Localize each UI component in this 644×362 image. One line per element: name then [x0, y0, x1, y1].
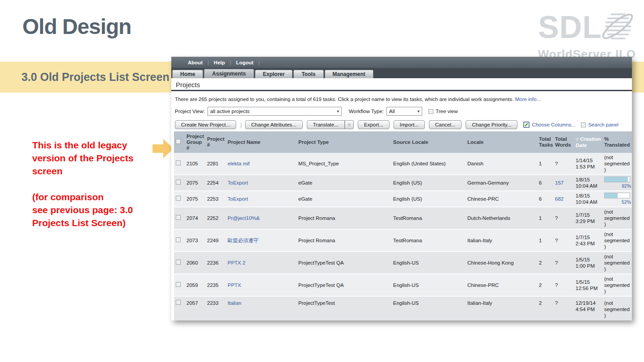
change-priority-button[interactable]: Change Priority... [466, 120, 517, 129]
tab-home[interactable]: Home [172, 70, 203, 78]
cell-total-tasks: 1 [537, 153, 553, 175]
cell-percent-translated: 52% [602, 191, 632, 207]
project-name-link[interactable]: ToExport [228, 196, 248, 202]
progress-bar [604, 193, 630, 198]
cell-project-group: 2060 [185, 252, 205, 274]
column-header-total-words[interactable]: Total Words [553, 131, 574, 153]
column-header-locale[interactable]: Locale [466, 131, 537, 153]
row-checkbox[interactable] [176, 260, 181, 265]
tab-explorer[interactable]: Explorer [255, 70, 293, 78]
row-checkbox[interactable] [176, 282, 181, 287]
sort-indicator-icon: ▽ [576, 137, 579, 142]
column-header-source-locale[interactable]: Source Locale [391, 131, 466, 153]
project-name-link[interactable]: Pr@ject10%& [228, 215, 260, 221]
tab-assignments[interactable]: Assignments [204, 69, 254, 78]
cell-total-tasks: 6 [537, 175, 553, 191]
tab-management[interactable]: Management [325, 70, 373, 78]
select-all-checkbox[interactable] [176, 139, 181, 144]
row-checkbox[interactable] [176, 300, 181, 305]
column-header-project-type[interactable]: Project Type [297, 131, 391, 153]
cell-creation-date: 1/14/15 1:53 PM [574, 153, 602, 175]
cell-locale: Dutch-Netherlands [466, 207, 537, 229]
row-checkbox[interactable] [176, 180, 181, 185]
choose-columns-link[interactable]: Choose Columns... [523, 122, 576, 128]
cell-total-words: ? [553, 229, 574, 252]
row-checkbox[interactable] [176, 160, 181, 165]
export-button[interactable]: Export... [358, 120, 390, 129]
translate-dropdown-arrow-icon[interactable]: ▽ [345, 120, 354, 129]
sdl-brand-text: SDL [538, 13, 602, 42]
row-checkbox[interactable] [176, 237, 181, 242]
row-checkbox[interactable] [176, 215, 181, 220]
cell-project-number: 2254 [205, 175, 226, 191]
search-panel-toggle[interactable]: Search panel [581, 122, 619, 127]
cell-percent-translated: 92% [602, 175, 632, 191]
sdl-worldserver-logo: SDL WorldServer II.O [520, 8, 636, 61]
project-view-select[interactable]: all active projects [208, 107, 342, 116]
cancel-button[interactable]: Cancel... [429, 120, 462, 129]
cell-source-locale: English-US [391, 274, 466, 296]
cell-project-number: 2233 [205, 296, 226, 320]
cell-total-tasks: 1 [537, 229, 553, 252]
utility-link-help[interactable]: Help [209, 60, 230, 65]
cell-project-number: 2281 [205, 153, 226, 175]
project-name-link[interactable]: Italian [228, 300, 242, 306]
row-checkbox[interactable] [176, 196, 181, 201]
cell-project-group: 2075 [185, 191, 205, 207]
project-name-link[interactable]: PPTX [228, 282, 241, 288]
cell-creation-date: 1/7/15 3:29 PM [574, 207, 602, 229]
total-words-link[interactable]: 682 [555, 196, 564, 202]
column-header-project-[interactable]: Project # [205, 131, 226, 153]
column-header-project-name[interactable]: Project Name [226, 131, 297, 153]
cell-creation-date: 1/5/15 1:00 PM [574, 252, 602, 274]
tree-view-checkbox[interactable] [428, 109, 433, 114]
search-panel-checkbox[interactable] [581, 122, 586, 127]
cell-project-type: ProjectTypeTest [297, 296, 391, 320]
cell-total-words: ? [553, 296, 574, 320]
cell-source-locale: TestRomana [391, 229, 466, 252]
cell-project-type: eGate [297, 175, 391, 191]
cell-project-number: 2252 [205, 207, 226, 229]
cell-project-number: 2253 [205, 191, 226, 207]
import-button[interactable]: Import... [394, 120, 425, 129]
tab-tools[interactable]: Tools [293, 70, 323, 78]
translate-button[interactable]: Translate... [307, 120, 345, 129]
cell-project-group: 2075 [185, 175, 205, 191]
table-row: 20752253ToExporteGateEnglish (US)Chinese… [174, 191, 632, 207]
cell-total-words: ? [553, 274, 574, 296]
utility-link-logout[interactable]: Logout [231, 60, 258, 65]
project-name-link[interactable]: ToExport [228, 180, 248, 185]
project-name-link[interactable]: elekta mif [228, 161, 250, 166]
column-header--translated[interactable]: % Translated [602, 131, 632, 153]
annotation-arrow-icon [153, 139, 174, 160]
change-attributes-button[interactable]: Change Attributes... [245, 120, 303, 129]
cell-project-name: ToExport [226, 175, 297, 191]
table-row: 20592235PPTXProjectTypeTest QAEnglish-US… [174, 274, 632, 296]
project-name-link[interactable]: PPTX 2 [228, 260, 246, 265]
cell-locale: Italian-Italy [466, 229, 537, 252]
cell-total-words: ? [553, 252, 574, 274]
utility-link-about[interactable]: About [183, 60, 208, 65]
workflow-type-label: Workflow Type: [349, 109, 384, 114]
cell-project-number: 2236 [205, 252, 226, 274]
total-words-link[interactable]: 157 [555, 180, 564, 185]
workflow-type-select[interactable]: All [386, 107, 422, 116]
cell-project-type: Project Romana [297, 229, 391, 252]
table-row: 20742252Pr@ject10%&Project RomanaTestRom… [174, 207, 632, 229]
cell-project-name: 歐盟必須遵守 [226, 229, 297, 252]
cell-locale: Italian-Italy [466, 296, 537, 320]
create-new-project-button[interactable]: Create New Project... [175, 120, 236, 129]
more-info-link[interactable]: More info... [515, 97, 541, 102]
cell-project-type: ProjectTypeTest QA [297, 274, 391, 296]
cell-checkbox [174, 229, 185, 252]
cell-project-name: ToExport [226, 191, 297, 207]
cell-total-tasks: 2 [537, 252, 553, 274]
cell-project-type: ProjectTypeTest QA [297, 252, 391, 274]
cell-checkbox [174, 191, 185, 207]
column-header-creation-date[interactable]: ▽Creation Date [574, 131, 602, 153]
project-name-link[interactable]: 歐盟必須遵守 [228, 238, 258, 243]
column-header-total-tasks[interactable]: Total Tasks [537, 131, 553, 153]
projects-table: Project Group #Project #Project NameProj… [174, 131, 632, 320]
choose-columns-label: Choose Columns... [532, 122, 576, 127]
column-header-project-group-[interactable]: Project Group # [185, 131, 205, 153]
